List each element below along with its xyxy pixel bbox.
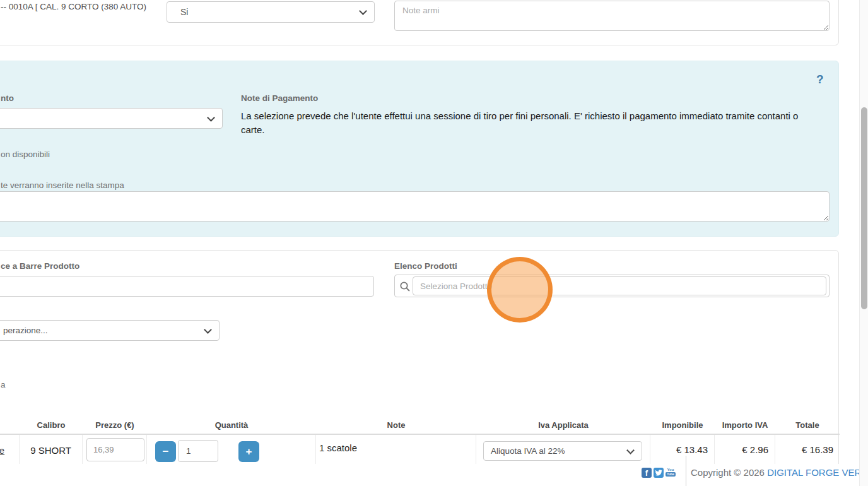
- col-header-calibro: Calibro: [20, 420, 83, 434]
- search-icon: [399, 281, 411, 292]
- col-header-iva: Iva Applicata: [476, 420, 650, 434]
- quantity-plus-button[interactable]: +: [238, 441, 259, 462]
- quantity-minus-button[interactable]: −: [155, 441, 176, 462]
- brand-link[interactable]: DIGITAL FORGE VERONA: [767, 467, 868, 478]
- col-header-note: Note: [316, 420, 476, 434]
- product-search-input[interactable]: [413, 276, 826, 295]
- chevron-down-icon: [626, 446, 635, 454]
- print-notes-textarea[interactable]: [0, 191, 830, 222]
- payment-type-select[interactable]: [0, 108, 223, 129]
- weapon-panel: -- 0010A [ CAL. 9 CORTO (380 AUTO) Si: [0, 0, 839, 45]
- operation-select-value: perazione...: [3, 326, 48, 335]
- youtube-icon[interactable]: You Tube: [665, 468, 676, 478]
- col-header-nome: e: [0, 420, 20, 434]
- twitter-icon[interactable]: [654, 468, 664, 478]
- products-table-header: e Calibro Prezzo (€) Quantità Note Iva A…: [0, 416, 840, 435]
- payment-type-label: nto: [1, 93, 14, 103]
- iva-select[interactable]: Aliquota IVA al 22%: [483, 441, 642, 461]
- chevron-down-icon: [359, 7, 367, 15]
- payment-notes-title: Note di Pagamento: [241, 93, 318, 103]
- iva-select-value: Aliquota IVA al 22%: [491, 446, 565, 456]
- quantity-input[interactable]: [178, 440, 218, 462]
- col-header-imponibile: Imponibile: [650, 420, 715, 434]
- copyright-text: Copyright © 2026: [691, 467, 765, 478]
- col-header-prezzo: Prezzo (€): [83, 420, 147, 434]
- operation-select[interactable]: perazione...: [0, 320, 220, 341]
- chevron-down-icon: [204, 326, 212, 334]
- barcode-label: ce a Barre Prodotto: [1, 261, 79, 271]
- page: -- 0010A [ CAL. 9 CORTO (380 AUTO) Si ? …: [0, 0, 868, 486]
- col-header-quantita: Quantità: [147, 420, 316, 434]
- print-note-label: te verranno inserite nella stampa: [1, 181, 124, 190]
- scrollbar-track[interactable]: [859, 0, 868, 486]
- price-input[interactable]: [86, 438, 144, 461]
- chevron-down-icon: [207, 114, 215, 122]
- product-search-combo: [394, 275, 830, 297]
- weapon-detention-select-value: Si: [180, 7, 188, 17]
- product-name-link[interactable]: cce: [0, 445, 4, 456]
- not-available-text: on disponibili: [1, 150, 50, 159]
- weapon-detention-select[interactable]: Si: [167, 1, 375, 23]
- product-list-section-label: a: [1, 380, 6, 389]
- col-header-totale: Totale: [775, 420, 840, 434]
- facebook-icon[interactable]: f: [642, 468, 652, 478]
- help-icon[interactable]: ?: [816, 73, 824, 86]
- product-list-label: Elenco Prodotti: [394, 261, 457, 271]
- payment-panel: ? nto Note di Pagamento La selezione pre…: [0, 61, 839, 237]
- weapon-notes-textarea[interactable]: [394, 1, 830, 31]
- barcode-input[interactable]: [0, 276, 374, 297]
- scrollbar-thumb[interactable]: [861, 107, 867, 309]
- weapon-label: -- 0010A [ CAL. 9 CORTO (380 AUTO): [1, 2, 146, 11]
- footer-divider: [686, 456, 686, 486]
- payment-notes-text: La selezione prevede che l'utente effett…: [241, 109, 824, 136]
- products-panel: ce a Barre Prodotto Elenco Prodotti pera…: [0, 250, 839, 486]
- footer-copyright: Copyright © 2026 DIGITAL FORGE VERONA: [691, 467, 868, 478]
- col-header-importo-iva: Importo IVA: [715, 420, 775, 434]
